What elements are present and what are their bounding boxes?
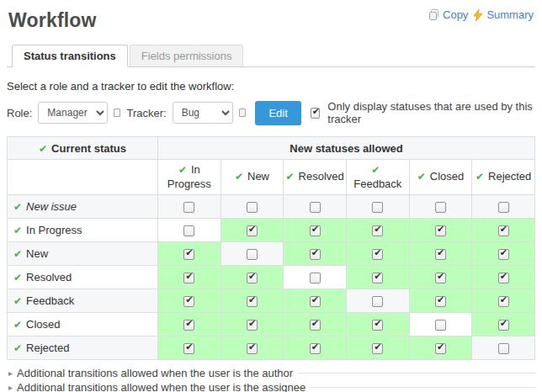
transition-cell — [158, 242, 221, 266]
copy-icon — [428, 9, 439, 20]
row-label-text: New issue — [26, 200, 77, 213]
role-select[interactable]: Manager — [38, 102, 107, 124]
check-all-column-icon[interactable] — [371, 164, 380, 177]
transition-cell — [158, 195, 221, 219]
collapsed-section-author[interactable]: Additional transitions allowed when the … — [7, 366, 535, 380]
contextual-links: Copy Summary — [428, 8, 534, 21]
transition-checkbox-closed-to-new[interactable] — [247, 320, 258, 331]
row-label-feedback: Feedback — [8, 289, 158, 313]
transition-cell — [158, 336, 221, 360]
column-header-new: New — [221, 160, 284, 195]
transition-checkbox-feedback-to-resolved[interactable] — [310, 296, 321, 307]
transition-checkbox-new-to-in-progress[interactable] — [183, 249, 194, 260]
column-header-label: Rejected — [488, 170, 531, 183]
check-all-row-icon[interactable] — [13, 295, 22, 307]
transition-checkbox-in-progress-to-resolved[interactable] — [310, 225, 321, 236]
tab-fields-permissions[interactable]: Fields permissions — [130, 45, 244, 66]
transition-checkbox-new-issue-to-new[interactable] — [247, 202, 258, 213]
column-header-in-progress: In Progress — [158, 160, 221, 195]
transition-cell — [472, 266, 535, 289]
check-all-row-icon[interactable] — [13, 248, 22, 260]
transition-checkbox-new-to-closed[interactable] — [435, 249, 446, 260]
column-header-label: Closed — [430, 170, 464, 183]
transition-checkbox-new-to-new[interactable] — [247, 249, 258, 260]
column-header-closed: Closed — [409, 160, 472, 195]
transition-checkbox-rejected-to-closed[interactable] — [435, 343, 446, 354]
tracker-select[interactable]: Bug — [173, 102, 233, 124]
transition-checkbox-rejected-to-in-progress[interactable] — [183, 343, 194, 354]
transition-checkbox-closed-to-in-progress[interactable] — [183, 320, 194, 331]
transition-checkbox-new-issue-to-resolved[interactable] — [310, 202, 321, 213]
check-all-row-icon[interactable] — [13, 272, 22, 283]
transition-checkbox-resolved-to-closed[interactable] — [435, 273, 446, 283]
check-all-column-icon[interactable] — [235, 171, 243, 183]
tracker-expand-icon[interactable] — [239, 109, 247, 117]
transition-checkbox-feedback-to-rejected[interactable] — [498, 296, 509, 307]
row-label-text: Rejected — [26, 342, 69, 354]
transition-checkbox-closed-to-feedback[interactable] — [372, 320, 383, 331]
additional-transitions: Additional transitions allowed when the … — [7, 366, 535, 392]
transition-checkbox-in-progress-to-closed[interactable] — [435, 225, 446, 236]
transition-checkbox-resolved-to-rejected[interactable] — [498, 273, 509, 283]
workflow-row-closed: Closed — [8, 313, 535, 336]
transition-checkbox-feedback-to-new[interactable] — [247, 296, 258, 307]
check-all-column-icon[interactable] — [286, 171, 295, 183]
transition-checkbox-closed-to-resolved[interactable] — [310, 320, 321, 331]
transition-checkbox-closed-to-closed[interactable] — [435, 320, 446, 331]
transition-checkbox-new-to-rejected[interactable] — [498, 249, 509, 260]
only-display-label[interactable]: Only display statuses that are used by t… — [327, 100, 535, 125]
transition-checkbox-new-issue-to-rejected[interactable] — [498, 202, 509, 213]
transition-checkbox-resolved-to-feedback[interactable] — [372, 273, 383, 283]
transition-checkbox-new-issue-to-feedback[interactable] — [372, 202, 383, 213]
transition-checkbox-new-to-feedback[interactable] — [372, 249, 383, 260]
role-expand-icon[interactable] — [114, 109, 121, 117]
workflow-row-rejected: Rejected — [8, 336, 535, 360]
transition-checkbox-feedback-to-feedback[interactable] — [372, 296, 383, 307]
transition-checkbox-rejected-to-feedback[interactable] — [372, 343, 383, 354]
transition-cell — [346, 313, 409, 336]
transition-cell — [221, 336, 284, 360]
transition-checkbox-new-to-resolved[interactable] — [310, 249, 321, 260]
transition-checkbox-feedback-to-closed[interactable] — [435, 296, 446, 307]
transition-checkbox-resolved-to-resolved[interactable] — [310, 273, 321, 283]
transition-checkbox-rejected-to-new[interactable] — [247, 343, 258, 354]
transition-cell — [409, 266, 472, 289]
column-header-label: In Progress — [167, 163, 211, 189]
transition-checkbox-closed-to-rejected[interactable] — [498, 320, 509, 331]
tab-status-transitions[interactable]: Status transitions — [12, 45, 128, 67]
check-all-row-icon[interactable] — [13, 225, 22, 236]
check-all-row-icon[interactable] — [13, 201, 22, 213]
transition-checkbox-in-progress-to-in-progress[interactable] — [183, 225, 194, 236]
transition-checkbox-in-progress-to-new[interactable] — [247, 225, 258, 236]
collapsed-section-assignee[interactable]: Additional transitions allowed when the … — [7, 380, 535, 392]
transition-cell — [409, 289, 472, 313]
summary-link[interactable]: Summary — [473, 8, 534, 21]
transition-cell — [284, 313, 347, 336]
copy-link[interactable]: Copy — [428, 8, 468, 21]
current-status-header: Current status — [8, 137, 158, 160]
check-all-rows-icon[interactable] — [39, 143, 47, 155]
transition-checkbox-resolved-to-new[interactable] — [247, 273, 258, 283]
transition-checkbox-new-issue-to-closed[interactable] — [435, 202, 446, 213]
transition-checkbox-resolved-to-in-progress[interactable] — [183, 273, 194, 283]
check-all-column-icon[interactable] — [178, 164, 187, 177]
edit-button[interactable]: Edit — [255, 101, 300, 125]
transition-cell — [409, 195, 472, 219]
transition-checkbox-in-progress-to-feedback[interactable] — [372, 225, 383, 236]
transition-checkbox-feedback-to-in-progress[interactable] — [183, 296, 194, 307]
transition-checkbox-in-progress-to-rejected[interactable] — [498, 225, 509, 236]
workflow-filter-form: Role: Manager Tracker: Bug Edit Only dis… — [7, 100, 535, 125]
transition-cell — [284, 242, 347, 266]
check-all-column-icon[interactable] — [476, 171, 484, 183]
copy-link-label: Copy — [443, 8, 468, 21]
workflow-row-new-issue: New issue — [8, 195, 535, 219]
check-all-row-icon[interactable] — [13, 319, 22, 331]
collapsed-section-label: Additional transitions allowed when the … — [17, 381, 306, 392]
check-all-column-icon[interactable] — [417, 171, 426, 183]
transition-checkbox-new-issue-to-in-progress[interactable] — [183, 202, 194, 213]
transition-cell — [284, 219, 347, 242]
transition-checkbox-rejected-to-resolved[interactable] — [310, 343, 321, 354]
check-all-row-icon[interactable] — [13, 342, 22, 354]
only-display-checkbox[interactable] — [311, 108, 320, 119]
transition-checkbox-rejected-to-rejected[interactable] — [498, 343, 509, 354]
